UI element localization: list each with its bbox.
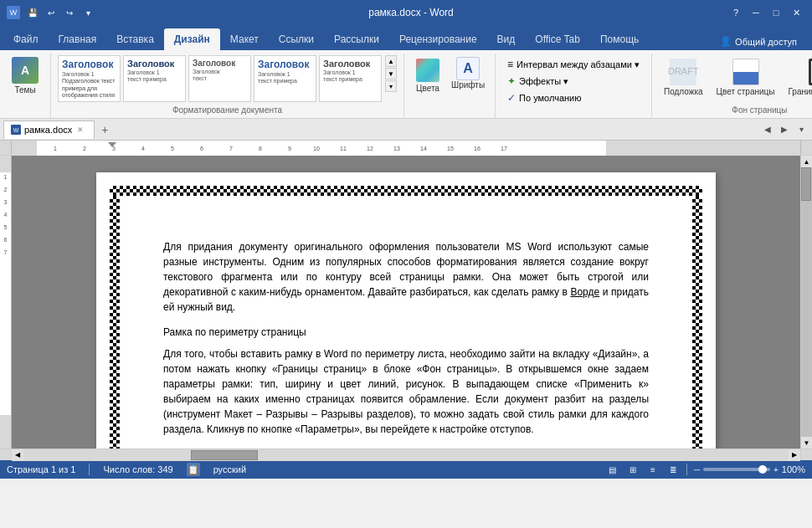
heading-style-5[interactable]: Заголовок Заголовок 1текст примера [319,55,382,102]
style4-sub: Заголовок 1текст примера [258,71,312,85]
doc-tab-ramka[interactable]: W рамка.docx ✕ [3,120,95,139]
style3-sub: Заголовоктекст [193,69,247,83]
ruler-marks: 1 2 3 4 5 6 7 8 9 10 11 12 13 14 15 16 1… [37,141,775,156]
colors-label: Цвета [416,84,439,93]
horizontal-ruler: 1 2 3 4 5 6 7 8 9 10 11 12 13 14 15 16 1… [12,141,800,156]
h-scroll-area: ◀ ▶ [12,449,800,460]
window-controls: ? ─ □ ✕ [727,3,805,22]
new-tab-button[interactable]: + [96,121,113,138]
gallery-next[interactable]: ▼ [385,68,397,79]
dropdown-icon[interactable]: ▾ [80,5,95,20]
help-button[interactable]: ? [727,3,745,22]
effects-icon: ✦ [507,75,516,87]
tab-layout[interactable]: Макет [220,28,269,50]
page-bg-items: DRAFT Подложка Цвет страницы Границы стр… [659,55,812,102]
main-area: 1 2 3 4 5 6 7 Для прида [0,156,812,449]
tab-review[interactable]: Рецензирование [389,28,487,50]
tab-home[interactable]: Главная [49,28,107,50]
tab-insert[interactable]: Вставка [106,28,164,50]
h-scroll-thumb[interactable] [191,450,258,460]
ruler-right-end [800,141,812,155]
gallery-more[interactable]: ▾ [385,80,397,92]
heading-style-4[interactable]: Заголовок Заголовок 1текст примера [254,55,316,102]
close-button[interactable]: ✕ [787,3,805,22]
scroll-corner-left [0,449,12,460]
colors-icon [416,59,439,82]
share-button[interactable]: 👤 Общий доступ [712,33,805,50]
tab-office-tab[interactable]: Office Tab [525,28,590,50]
document-content: Для придания документу оригинального офо… [113,189,699,449]
para-controls: ≡ Интервал между абзацами ▾ ✦ Эффекты ▾ … [502,55,645,107]
doc-tab-close[interactable]: ✕ [75,125,85,135]
page-bg-group: DRAFT Подложка Цвет страницы Границы стр… [652,54,812,118]
borders-icon [809,59,812,85]
borders-label: Границы страниц [789,87,813,96]
zoom-thumb [758,465,767,474]
colors-button[interactable]: Цвета [411,55,445,96]
style2-sub: Заголовок 1текст примера [127,69,182,84]
tab-nav-dropdown[interactable]: ▾ [794,122,809,137]
heading-style-1[interactable]: Заголовок Заголовок 1Подзаголовок текст … [58,55,121,102]
heading-gallery: Заголовок Заголовок 1Подзаголовок текст … [58,55,397,102]
default-label: По умолчанию [519,93,581,103]
heading-style-2[interactable]: Заголовок Заголовок 1текст примера [123,55,186,102]
track-changes-icon[interactable]: 📋 [187,463,200,476]
scroll-down-btn[interactable]: ▼ [801,437,813,449]
view-outline-icon[interactable]: ≡ [646,463,660,476]
underline-word: Ворде [570,286,599,298]
zoom-out-btn[interactable]: ─ [694,465,700,474]
minimize-button[interactable]: ─ [747,3,765,22]
para-spacing-group: ≡ Интервал между абзацами ▾ ✦ Эффекты ▾ … [496,54,652,118]
tab-view[interactable]: Вид [487,28,526,50]
tab-nav-prev[interactable]: ◀ [760,122,775,137]
gallery-prev[interactable]: ▲ [385,55,397,67]
title-bar-left: W 💾 ↩ ↪ ▾ [7,5,95,20]
style1-title: Заголовок [62,59,116,70]
redo-icon[interactable]: ↪ [62,5,77,20]
default-btn[interactable]: ✓ По умолчанию [502,90,645,105]
tab-references[interactable]: Ссылки [269,28,324,50]
themes-button[interactable]: A Темы [7,55,44,96]
document-area: Для придания документу оригинального офо… [12,156,800,449]
fonts-icon: A [456,57,480,80]
tab-file[interactable]: Файл [3,28,49,50]
scroll-thumb[interactable] [801,167,811,201]
app-icon: W [7,6,20,19]
tab-mailings[interactable]: Рассылки [324,28,389,50]
right-scrollbar: ▲ ▼ [800,156,812,449]
page-color-button[interactable]: Цвет страницы [712,55,780,100]
doc-tab-name: рамка.docx [24,125,72,135]
zoom-in-btn[interactable]: + [773,465,779,474]
h-scroll-track[interactable] [23,449,789,461]
v-ruler-marks: 1 2 3 4 5 6 7 [0,172,11,415]
view-web-icon[interactable]: ⊞ [626,463,640,476]
save-icon[interactable]: 💾 [25,5,40,20]
fonts-button[interactable]: A Шрифты [448,55,488,91]
para-interval-label: Интервал между абзацами ▾ [516,59,640,70]
effects-btn[interactable]: ✦ Эффекты ▾ [502,74,645,89]
heading-style-3[interactable]: Заголовок Заголовоктекст [188,55,251,102]
document-page: Для придания документу оригинального офо… [96,172,716,449]
zoom-level: 100% [782,464,805,474]
status-bar: Страница 1 из 1 Число слов: 349 📋 русски… [0,460,812,479]
page-color-icon [732,59,759,85]
h-scroll-right[interactable]: ▶ [789,449,800,461]
doc-tab-icon: W [11,125,21,135]
indent-marker[interactable] [108,142,116,147]
borders-button[interactable]: Границы страниц [784,55,813,100]
para-interval-btn[interactable]: ≡ Интервал между абзацами ▾ [502,57,645,72]
maximize-button[interactable]: □ [767,3,785,22]
view-draft-icon[interactable]: ≣ [666,463,680,476]
scroll-up-btn[interactable]: ▲ [801,156,813,167]
check-icon: ✓ [507,92,516,104]
zoom-slider[interactable] [703,468,770,471]
tab-design[interactable]: Дизайн [164,28,220,50]
undo-icon[interactable]: ↩ [44,5,59,20]
tab-nav-next[interactable]: ▶ [777,122,792,137]
scroll-track[interactable] [801,167,812,437]
tab-help[interactable]: Помощь [590,28,649,50]
status-bar-right: ▤ ⊞ ≡ ≣ ─ + 100% [606,463,805,476]
watermark-button[interactable]: DRAFT Подложка [659,55,708,100]
h-scroll-left[interactable]: ◀ [12,449,23,461]
view-normal-icon[interactable]: ▤ [606,463,619,476]
